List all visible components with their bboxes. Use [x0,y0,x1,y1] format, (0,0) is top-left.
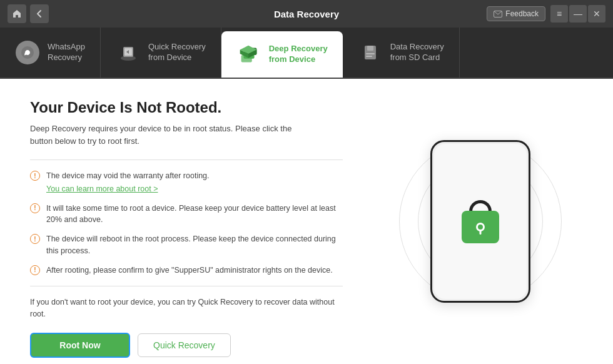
whatsapp-icon [15,40,40,65]
warning-item-2: ! It will take some time to root a devic… [30,203,343,226]
close-button[interactable]: ✕ [588,5,605,23]
warning-text-1: The device may void the warranty after r… [46,170,210,195]
main-content: Your Device Is Not Rooted. Deep Recovery… [0,79,613,364]
svg-rect-13 [366,53,375,54]
quick-recovery-button[interactable]: Quick Recovery [138,333,231,357]
menu-button[interactable]: ≡ [550,5,568,23]
tab-sdcard-label: Data Recovery from SD Card [390,42,444,63]
warning-icon-3: ! [30,234,40,244]
warning-list: ! The device may void the warranty after… [30,170,393,276]
svg-rect-12 [367,46,373,51]
tab-deep-label: Deep Recovery from Device [269,44,328,65]
warning-icon-4: ! [30,265,40,275]
phone-mockup [430,140,530,303]
warning-item-1: ! The device may void the warranty after… [30,170,343,195]
lock-body [462,211,499,243]
titlebar-controls: Feedback ≡ — ✕ [487,5,605,23]
content-left: Your Device Is Not Rooted. Deep Recovery… [30,99,393,344]
tab-quick-recovery[interactable]: Quick Recovery from Device [101,28,221,78]
divider-bottom [30,286,343,286]
lock-icon [462,200,499,243]
sdcard-icon [358,40,383,65]
divider-top [30,159,343,160]
warning-text-2: It will take some time to root a device.… [46,203,343,226]
footer-text: If you don't want to root your device, y… [30,296,343,320]
phone-screen [434,144,527,299]
lock-keyhole [476,223,485,231]
quick-recovery-icon [116,40,141,65]
tab-quick-label: Quick Recovery from Device [148,42,206,63]
back-button[interactable] [30,4,49,23]
deep-recovery-icon [236,42,261,67]
warning-icon-1: ! [30,171,40,181]
feedback-button[interactable]: Feedback [487,6,545,21]
svg-rect-14 [366,56,372,57]
tab-sdcard[interactable]: Data Recovery from SD Card [343,28,460,78]
tab-whatsapp-label: WhatsApp Recovery [48,42,85,63]
nav-tabs: WhatsApp Recovery Quick Recovery from De… [0,28,613,79]
phone-mockup-area [393,99,568,344]
tab-deep-recovery[interactable]: Deep Recovery from Device [221,31,343,78]
page-subtitle: Deep Recovery requires your device to be… [30,123,293,147]
home-button[interactable] [8,4,26,23]
warning-item-3: ! The device will reboot in the root pro… [30,233,343,257]
root-now-button[interactable]: Root Now [30,333,130,358]
root-learn-more-link[interactable]: You can learn more about root > [46,183,210,195]
app-title: Data Recovery [274,9,339,19]
warning-text-4: After rooting, please confirm to give "S… [46,265,333,276]
button-row: Root Now Quick Recovery [30,333,393,358]
warning-text-3: The device will reboot in the root proce… [46,233,343,257]
window-controls: ≡ — ✕ [550,5,605,23]
page-title: Your Device Is Not Rooted. [30,99,393,116]
warning-item-4: ! After rooting, please confirm to give … [30,265,343,276]
titlebar: Data Recovery Feedback ≡ — ✕ [0,0,613,28]
warning-icon-2: ! [30,203,40,213]
tab-whatsapp[interactable]: WhatsApp Recovery [0,28,101,78]
minimize-button[interactable]: — [569,5,587,23]
